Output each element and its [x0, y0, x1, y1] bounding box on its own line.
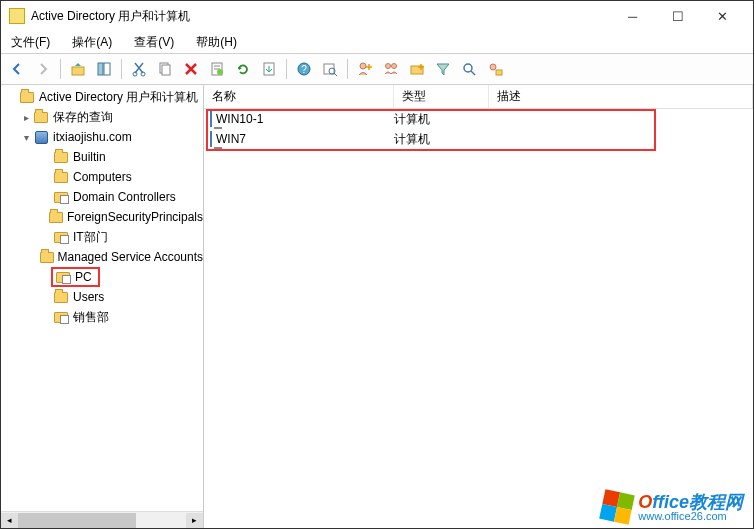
close-button[interactable]: ✕ [700, 2, 745, 30]
list-pane: 名称 类型 描述 WIN10-1 计算机 WIN7 计算机 [204, 85, 753, 528]
item-type: 计算机 [394, 111, 489, 128]
delete-button[interactable] [179, 57, 203, 81]
tree-it-dept[interactable]: IT部门 [1, 227, 203, 247]
svg-rect-2 [104, 63, 110, 75]
copy-button[interactable] [153, 57, 177, 81]
folder-icon [40, 249, 54, 265]
toolbar-separator [121, 59, 122, 79]
svg-rect-1 [98, 63, 103, 75]
forward-button[interactable] [31, 57, 55, 81]
svg-rect-0 [72, 67, 84, 75]
toolbar-separator [60, 59, 61, 79]
title-bar: Active Directory 用户和计算机 ─ ☐ ✕ [1, 1, 753, 31]
tree-label: Active Directory 用户和计算机 [39, 89, 198, 106]
tree-label: Managed Service Accounts [58, 250, 203, 264]
expander-icon[interactable]: ▸ [19, 112, 33, 123]
computer-icon [210, 112, 212, 126]
menu-view[interactable]: 查看(V) [130, 32, 178, 53]
export-button[interactable] [257, 57, 281, 81]
list-item[interactable]: WIN7 计算机 [204, 129, 753, 149]
ou-icon [53, 309, 69, 325]
window-title: Active Directory 用户和计算机 [31, 8, 190, 25]
scroll-track[interactable] [18, 513, 186, 528]
refresh-button[interactable] [231, 57, 255, 81]
new-user-button[interactable] [353, 57, 377, 81]
main-area: Active Directory 用户和计算机 ▸ 保存的查询 ▾ itxiao… [1, 85, 753, 528]
show-hide-tree-button[interactable] [92, 57, 116, 81]
tree-builtin[interactable]: Builtin [1, 147, 203, 167]
tree-computers[interactable]: Computers [1, 167, 203, 187]
column-name[interactable]: 名称 [204, 85, 394, 108]
tree-domain[interactable]: ▾ itxiaojishu.com [1, 127, 203, 147]
search-button[interactable] [457, 57, 481, 81]
new-group-button[interactable] [379, 57, 403, 81]
computer-icon [210, 132, 212, 146]
new-ou-button[interactable] [405, 57, 429, 81]
list-header: 名称 类型 描述 [204, 85, 753, 109]
tree-managed-service-accounts[interactable]: Managed Service Accounts [1, 247, 203, 267]
properties-button[interactable] [205, 57, 229, 81]
toolbar-separator [347, 59, 348, 79]
tree-label: Domain Controllers [73, 190, 176, 204]
menu-bar: 文件(F) 操作(A) 查看(V) 帮助(H) [1, 31, 753, 53]
ou-icon [53, 189, 69, 205]
folder-icon [19, 89, 35, 105]
tree-pc[interactable]: PC [1, 267, 203, 287]
tree-sales[interactable]: 销售部 [1, 307, 203, 327]
maximize-button[interactable]: ☐ [655, 2, 700, 30]
svg-point-23 [490, 64, 496, 70]
tree-domain-controllers[interactable]: Domain Controllers [1, 187, 203, 207]
tree-horizontal-scrollbar[interactable]: ◂ ▸ [1, 511, 203, 528]
ou-icon [55, 269, 71, 285]
list-item[interactable]: WIN10-1 计算机 [204, 109, 753, 129]
tree-label: itxiaojishu.com [53, 130, 132, 144]
folder-icon [53, 149, 69, 165]
tree-users[interactable]: Users [1, 287, 203, 307]
tree-pane: Active Directory 用户和计算机 ▸ 保存的查询 ▾ itxiao… [1, 85, 204, 528]
tree-body[interactable]: Active Directory 用户和计算机 ▸ 保存的查询 ▾ itxiao… [1, 85, 203, 511]
expander-icon[interactable]: ▾ [19, 132, 33, 143]
menu-file[interactable]: 文件(F) [7, 32, 54, 53]
folder-icon [33, 109, 49, 125]
tree-label: IT部门 [73, 229, 108, 246]
domain-icon [33, 129, 49, 145]
tree-label: ForeignSecurityPrincipals [67, 210, 203, 224]
tree-root[interactable]: Active Directory 用户和计算机 [1, 87, 203, 107]
scroll-left-icon[interactable]: ◂ [1, 513, 18, 528]
column-type[interactable]: 类型 [394, 85, 489, 108]
cut-button[interactable] [127, 57, 151, 81]
item-type: 计算机 [394, 131, 489, 148]
ou-icon [53, 229, 69, 245]
app-icon [9, 8, 25, 24]
folder-icon [53, 289, 69, 305]
add-to-group-button[interactable] [483, 57, 507, 81]
list-body[interactable]: WIN10-1 计算机 WIN7 计算机 [204, 109, 753, 528]
tree-label: 销售部 [73, 309, 109, 326]
tree-saved-queries[interactable]: ▸ 保存的查询 [1, 107, 203, 127]
svg-point-10 [217, 69, 223, 75]
tree-label: PC [75, 270, 92, 284]
minimize-button[interactable]: ─ [610, 2, 655, 30]
menu-action[interactable]: 操作(A) [68, 32, 116, 53]
up-button[interactable] [66, 57, 90, 81]
scroll-right-icon[interactable]: ▸ [186, 513, 203, 528]
tree-label: 保存的查询 [53, 109, 113, 126]
help-button[interactable]: ? [292, 57, 316, 81]
toolbar: ? [1, 53, 753, 85]
item-name: WIN10-1 [216, 112, 263, 126]
svg-rect-6 [162, 65, 170, 75]
svg-point-19 [392, 64, 397, 69]
find-button[interactable] [318, 57, 342, 81]
svg-rect-24 [496, 70, 502, 75]
svg-line-22 [471, 71, 475, 75]
svg-text:?: ? [301, 64, 307, 75]
back-button[interactable] [5, 57, 29, 81]
tree-label: Builtin [73, 150, 106, 164]
column-desc[interactable]: 描述 [489, 85, 753, 108]
menu-help[interactable]: 帮助(H) [192, 32, 241, 53]
tree-label: Computers [73, 170, 132, 184]
filter-button[interactable] [431, 57, 455, 81]
scroll-thumb[interactable] [18, 513, 136, 528]
window-controls: ─ ☐ ✕ [610, 2, 745, 30]
tree-foreign-security[interactable]: ForeignSecurityPrincipals [1, 207, 203, 227]
